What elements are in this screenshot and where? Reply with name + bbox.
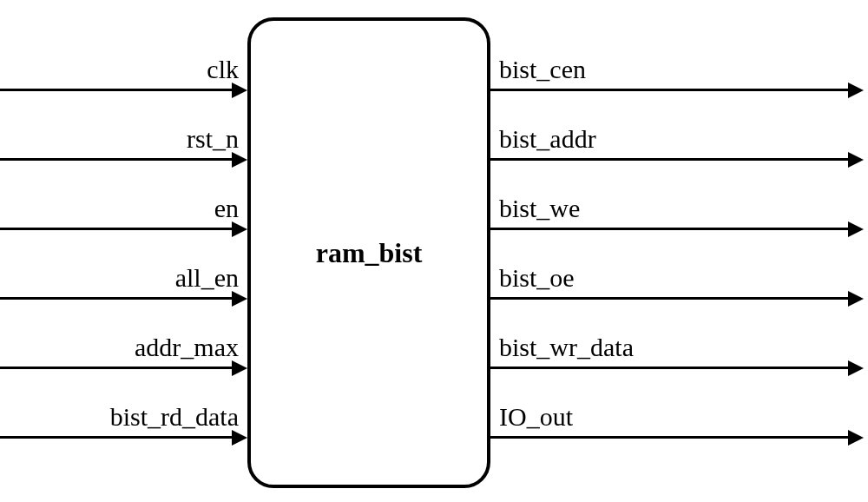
arrow-head-icon [232,221,247,237]
port-label: en [214,194,239,223]
port-label: bist_cen [499,55,586,84]
input-port-all-en: all_en [0,265,247,300]
arrow-line [490,367,850,369]
port-label: all_en [175,263,239,293]
arrow-line [0,228,233,230]
input-port-en: en [0,195,247,230]
port-label: IO_out [499,402,573,432]
port-label: bist_rd_data [110,402,239,432]
arrow-head-icon [232,152,247,168]
input-port-rst-n: rst_n [0,126,247,161]
arrow-head-icon [232,430,247,446]
arrow-head-icon [232,291,247,307]
arrow-head-icon [232,83,247,98]
arrow-head-icon [848,360,864,376]
input-port-bist-rd-data: bist_rd_data [0,404,247,439]
output-port-bist-cen: bist_cen [490,56,864,91]
arrow-line [0,158,233,161]
input-port-clk: clk [0,56,247,91]
port-label: rst_n [187,124,239,154]
port-label: addr_max [135,333,239,362]
port-label: bist_wr_data [499,333,634,362]
arrow-line [0,297,233,300]
output-port-bist-wr-data: bist_wr_data [490,334,864,369]
arrow-head-icon [848,291,864,307]
arrow-line [490,89,850,91]
arrow-line [490,297,850,300]
port-label: bist_we [499,194,580,223]
arrow-line [490,158,850,161]
ram-bist-block: ram_bist [247,17,490,488]
arrow-head-icon [848,221,864,237]
output-port-bist-addr: bist_addr [490,126,864,161]
arrow-line [490,228,850,230]
arrow-line [490,436,850,439]
port-label: bist_oe [499,263,575,293]
arrow-line [0,436,233,439]
input-port-addr-max: addr_max [0,334,247,369]
block-diagram: ram_bist clkrst_nenall_enaddr_maxbist_rd… [0,0,868,502]
arrow-line [0,89,233,91]
port-label: clk [207,55,239,84]
arrow-line [0,367,233,369]
output-port-bist-we: bist_we [490,195,864,230]
output-port-IO-out: IO_out [490,404,864,439]
arrow-head-icon [232,360,247,376]
block-label: ram_bist [316,237,423,269]
port-label: bist_addr [499,124,596,154]
arrow-head-icon [848,152,864,168]
arrow-head-icon [848,83,864,98]
arrow-head-icon [848,430,864,446]
output-port-bist-oe: bist_oe [490,265,864,300]
